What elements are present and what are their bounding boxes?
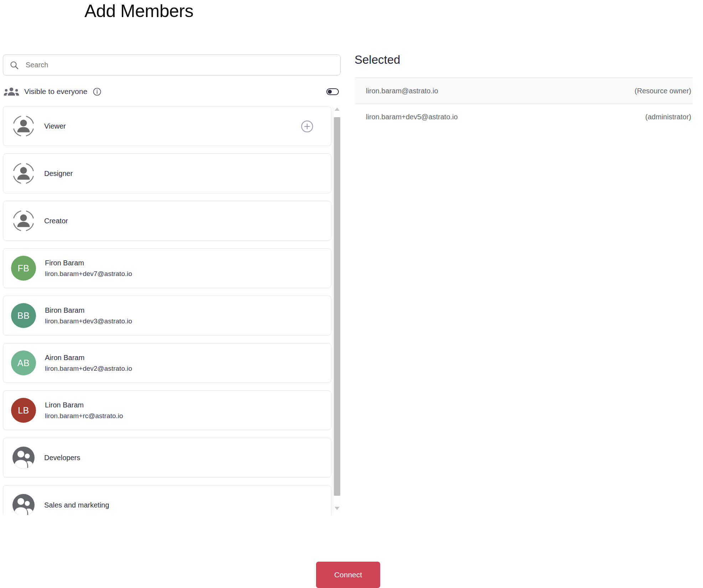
- user-info: Liron Baramliron.baram+rc@astrato.io: [45, 401, 123, 420]
- member-card-group[interactable]: Developers: [3, 438, 331, 478]
- user-info: Firon Baramliron.baram+dev7@astrato.io: [45, 259, 132, 278]
- member-card-user[interactable]: ABAiron Baramliron.baram+dev2@astrato.io: [3, 343, 331, 383]
- member-card-user[interactable]: LBLiron Baramliron.baram+rc@astrato.io: [3, 390, 331, 430]
- member-card-role[interactable]: Designer: [3, 153, 331, 193]
- info-icon[interactable]: [93, 88, 101, 96]
- member-email: liron.baram+dev7@astrato.io: [45, 270, 132, 278]
- member-card-group[interactable]: Sales and marketing: [3, 485, 331, 515]
- visibility-label: Visible to everyone: [24, 87, 87, 96]
- member-email: liron.baram+dev2@astrato.io: [45, 365, 132, 373]
- selected-list: liron.baram@astrato.io(Resource owner)li…: [355, 78, 693, 130]
- role-avatar-icon: [12, 115, 35, 137]
- member-name: Airon Baram: [45, 354, 132, 362]
- scroll-up-arrow-icon[interactable]: [335, 108, 340, 111]
- member-card-user[interactable]: FBFiron Baramliron.baram+dev7@astrato.io: [3, 248, 331, 288]
- selected-email: liron.baram+dev5@astrato.io: [366, 113, 458, 121]
- selected-row: liron.baram+dev5@astrato.io(administrato…: [355, 104, 693, 130]
- member-email: liron.baram+rc@astrato.io: [45, 412, 123, 420]
- group-avatar-icon: [12, 447, 35, 469]
- member-label: Developers: [44, 454, 80, 462]
- user-info: Airon Baramliron.baram+dev2@astrato.io: [45, 354, 132, 373]
- groups-icon: [4, 86, 19, 97]
- scroll-thumb[interactable]: [334, 117, 340, 496]
- selected-role: (administrator): [645, 113, 691, 121]
- member-card-user[interactable]: BBBiron Baramliron.baram+dev3@astrato.io: [3, 296, 331, 335]
- add-member-button[interactable]: [301, 120, 313, 132]
- avatar: LB: [11, 398, 36, 423]
- selected-role: (Resource owner): [635, 87, 691, 95]
- visibility-row: Visible to everyone: [4, 85, 341, 98]
- search-box[interactable]: [3, 54, 341, 76]
- search-input[interactable]: [25, 61, 334, 69]
- group-avatar-icon: [12, 494, 35, 515]
- member-label: Viewer: [44, 122, 66, 130]
- member-card-role[interactable]: Creator: [3, 201, 331, 241]
- connect-button[interactable]: Connect: [316, 562, 380, 588]
- selected-row: liron.baram@astrato.io(Resource owner): [355, 78, 693, 104]
- member-card-role[interactable]: Viewer: [3, 106, 331, 146]
- member-label: Designer: [44, 170, 73, 178]
- avatar: AB: [11, 350, 36, 375]
- role-avatar-icon: [12, 162, 35, 184]
- toggle-knob: [328, 90, 332, 94]
- role-avatar-icon: [12, 210, 35, 232]
- member-email: liron.baram+dev3@astrato.io: [45, 317, 132, 325]
- member-name: Firon Baram: [45, 259, 132, 267]
- member-label: Sales and marketing: [44, 501, 109, 509]
- selected-email: liron.baram@astrato.io: [366, 87, 438, 95]
- user-info: Biron Baramliron.baram+dev3@astrato.io: [45, 306, 132, 325]
- member-name: Biron Baram: [45, 306, 132, 314]
- member-name: Liron Baram: [45, 401, 123, 409]
- selected-heading: Selected: [355, 53, 400, 67]
- avatar: FB: [11, 256, 36, 281]
- scroll-down-arrow-icon[interactable]: [335, 507, 340, 510]
- members-list: Viewer Designer CreatorFBFiron Baramliro…: [3, 106, 341, 515]
- member-label: Creator: [44, 217, 68, 225]
- scrollbar[interactable]: [333, 106, 341, 512]
- page-title: Add Members: [84, 1, 193, 21]
- search-icon: [10, 61, 19, 70]
- avatar: BB: [11, 303, 36, 328]
- visibility-toggle[interactable]: [326, 88, 339, 95]
